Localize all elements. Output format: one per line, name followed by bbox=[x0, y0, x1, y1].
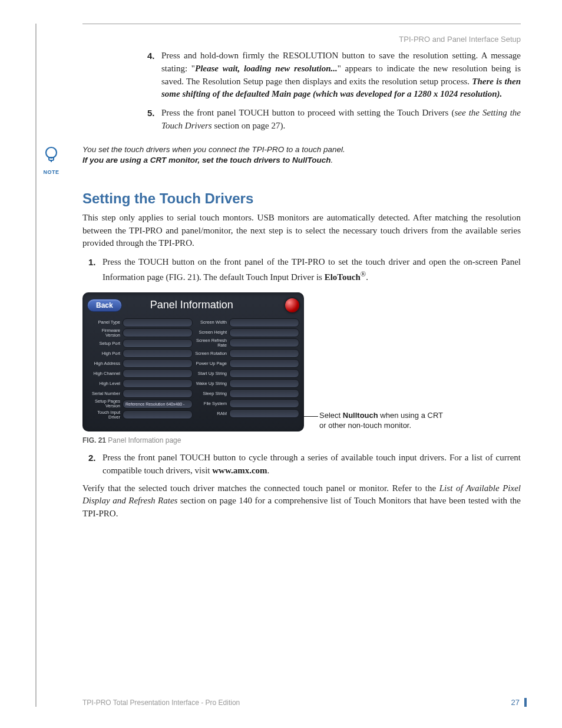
panel-field-value: Reference Resolution 640x480 - bbox=[123, 400, 193, 409]
panel-row: Setup Pages VersionReference Resolution … bbox=[87, 399, 193, 409]
panel-field-label: Wake Up String bbox=[194, 381, 229, 386]
ordered-item-1: 1. Press the TOUCH button on the front p… bbox=[88, 256, 521, 284]
figure-caption-text: Panel Information page bbox=[106, 436, 181, 444]
panel-information-screenshot: Back Panel Information Panel TypeFirmwar… bbox=[82, 292, 304, 432]
note-line2-strong: If you are using a CRT monitor, set the … bbox=[82, 156, 331, 164]
panel-field-label: Serial Number bbox=[87, 391, 123, 396]
panel-field-value bbox=[229, 359, 299, 368]
panel-field-value bbox=[229, 328, 299, 337]
section-heading: Setting the Touch Drivers bbox=[82, 190, 521, 207]
footer-title: TPI-PRO Total Presentation Interface - P… bbox=[82, 699, 240, 707]
left-rule bbox=[35, 24, 37, 707]
registered-symbol: ® bbox=[361, 270, 366, 278]
panel-field-label: Setup Pages Version bbox=[87, 399, 123, 409]
panel-field-label: Screen Refresh Rate bbox=[194, 338, 229, 348]
panel-right-column: Screen WidthScreen HeightScreen Refresh … bbox=[194, 317, 299, 421]
page-footer: TPI-PRO Total Presentation Interface - P… bbox=[82, 698, 527, 707]
panel-field-value bbox=[123, 389, 193, 398]
note-label: NOTE bbox=[41, 169, 61, 176]
panel-row: Screen Refresh Rate bbox=[194, 338, 299, 348]
panel-row: Power Up Page bbox=[194, 359, 299, 368]
panel-row: Screen Rotation bbox=[194, 349, 299, 358]
ordered-number: 1. bbox=[88, 256, 103, 284]
panel-field-label: Start Up String bbox=[194, 371, 229, 376]
panel-field-value bbox=[229, 349, 299, 358]
panel-field-value bbox=[229, 409, 299, 418]
panel-field-value bbox=[229, 389, 299, 398]
svg-point-0 bbox=[46, 147, 57, 158]
ordered-number: 5. bbox=[147, 107, 161, 133]
panel-field-label: Screen Height bbox=[194, 330, 229, 335]
header-section-title: TPI-PRO and Panel Interface Setup bbox=[399, 35, 521, 44]
panel-row: Panel Type bbox=[87, 318, 193, 327]
panel-row: Firmware Version bbox=[87, 328, 193, 338]
panel-field-label: Firmware Version bbox=[87, 328, 123, 338]
figure-row: Back Panel Information Panel TypeFirmwar… bbox=[82, 292, 521, 432]
ordered-body: Press and hold-down firmly the RESOLUTIO… bbox=[161, 50, 521, 101]
note-line1: You set the touch drivers when you conne… bbox=[82, 145, 345, 154]
panel-row: Serial Number bbox=[87, 389, 193, 398]
panel-field-label: Panel Type bbox=[87, 320, 123, 325]
panel-field-value bbox=[229, 369, 299, 378]
panel-row: High Channel bbox=[87, 369, 193, 378]
panel-field-value bbox=[123, 379, 193, 388]
ordered-number: 4. bbox=[147, 50, 161, 101]
ordered-item-4: 4. Press and hold-down firmly the RESOLU… bbox=[147, 50, 521, 101]
text: Press the front panel TOUCH button to pr… bbox=[161, 108, 454, 117]
ordered-number: 2. bbox=[88, 452, 103, 477]
panel-field-label: Setup Port bbox=[87, 341, 123, 346]
text: . bbox=[366, 272, 368, 282]
panel-field-value bbox=[229, 338, 299, 347]
panel-field-label: File System bbox=[194, 401, 229, 406]
panel-field-label: High Level bbox=[87, 381, 123, 386]
note-block: NOTE You set the touch drivers when you … bbox=[41, 144, 521, 176]
panel-row: Start Up String bbox=[194, 369, 299, 378]
panel-field-value bbox=[123, 328, 193, 337]
panel-field-label: Sleep String bbox=[194, 391, 229, 396]
panel-row: RAM bbox=[194, 409, 299, 418]
panel-field-value bbox=[229, 399, 299, 408]
panel-row: Sleep String bbox=[194, 389, 299, 398]
url-text: www.amx.com bbox=[212, 466, 267, 475]
panel-row: Setup Port bbox=[87, 339, 193, 348]
panel-field-label: RAM bbox=[194, 411, 229, 416]
intro-paragraph: This step only applies to serial touch m… bbox=[82, 212, 521, 250]
panel-field-label: Touch Input Driver bbox=[87, 410, 123, 420]
figure-callout: Select Nulltouch when using a CRT or oth… bbox=[319, 410, 449, 431]
verify-paragraph: Verify that the selected touch driver ma… bbox=[82, 482, 521, 521]
text: Verify that the selected touch driver ma… bbox=[82, 483, 439, 493]
text: Press the TOUCH button on the front pane… bbox=[103, 257, 521, 282]
panel-field-label: Screen Width bbox=[194, 320, 229, 325]
panel-title: Panel Information bbox=[98, 299, 285, 311]
panel-row: Wake Up String bbox=[194, 379, 299, 388]
text: section on page 27). bbox=[212, 121, 286, 130]
panel-row: High Address bbox=[87, 359, 193, 368]
panel-field-label: High Channel bbox=[87, 371, 123, 376]
panel-field-label: High Address bbox=[87, 361, 123, 366]
text: . bbox=[331, 156, 333, 164]
panel-field-value bbox=[123, 318, 193, 327]
panel-field-value bbox=[123, 339, 193, 348]
page-header: TPI-PRO and Panel Interface Setup bbox=[82, 24, 521, 44]
callout-leader-line bbox=[304, 416, 318, 417]
text: . bbox=[267, 466, 270, 475]
panel-field-label: Screen Rotation bbox=[194, 351, 229, 356]
panel-field-label: High Port bbox=[87, 351, 123, 356]
panel-row: Touch Input Driver bbox=[87, 410, 193, 420]
panel-field-value bbox=[229, 318, 299, 327]
panel-field-value bbox=[123, 410, 193, 419]
panel-field-value bbox=[123, 369, 193, 378]
panel-field-value bbox=[229, 379, 299, 388]
panel-field-label: Power Up Page bbox=[194, 361, 229, 366]
panel-row: High Port bbox=[87, 349, 193, 358]
page-number: 27 bbox=[511, 698, 527, 707]
panel-row: High Level bbox=[87, 379, 193, 388]
panel-row: Screen Height bbox=[194, 328, 299, 337]
ordered-body: Press the TOUCH button on the front pane… bbox=[103, 256, 521, 284]
text: Press the front panel TOUCH button to cy… bbox=[103, 453, 521, 475]
ordered-item-2: 2. Press the front panel TOUCH button to… bbox=[88, 452, 521, 477]
panel-row: Screen Width bbox=[194, 318, 299, 327]
callout-term: Nulltouch bbox=[343, 411, 378, 420]
panel-left-column: Panel TypeFirmware VersionSetup PortHigh… bbox=[87, 317, 193, 421]
ordered-body: Press the front panel TOUCH button to pr… bbox=[161, 107, 521, 133]
